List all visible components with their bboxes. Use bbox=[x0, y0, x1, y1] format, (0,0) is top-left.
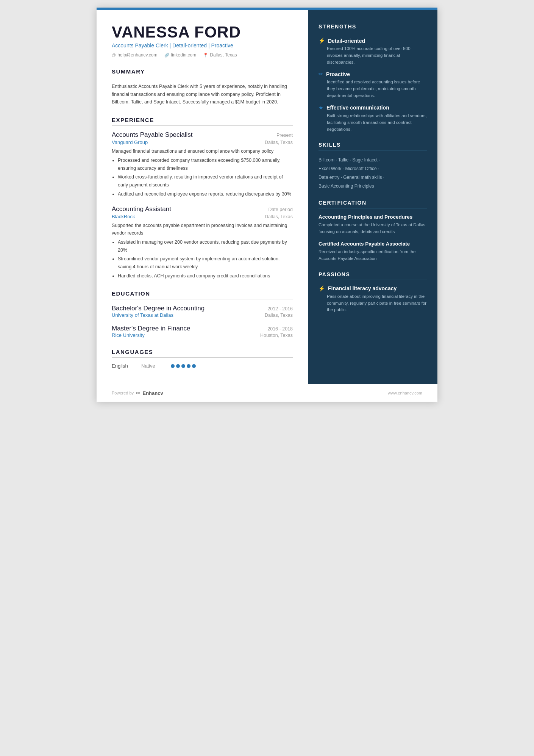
enhancv-brand: Enhancv bbox=[143, 390, 163, 396]
skills-title: SKILLS bbox=[319, 142, 427, 150]
linkedin-value: linkedin.com bbox=[171, 52, 197, 58]
exp-bullet-2-1: Assisted in managing over 200 vendor acc… bbox=[118, 238, 293, 254]
language-item-1: English Native bbox=[112, 363, 293, 369]
enhancv-infinity-icon: ∞ bbox=[136, 390, 140, 396]
edu-date-1: 2012 - 2016 bbox=[267, 306, 293, 311]
strength-title-1: Detail-oriented bbox=[328, 38, 365, 44]
edu-header-2: Master's Degree in Finance 2016 - 2018 bbox=[112, 325, 293, 332]
passions-title: PASSIONS bbox=[319, 271, 427, 280]
edu-location-1: Dallas, Texas bbox=[265, 313, 293, 318]
link-icon: 🔗 bbox=[164, 53, 170, 58]
passion-desc-1: Passionate about improving financial lit… bbox=[327, 293, 427, 313]
bolt-icon-passion: ⚡ bbox=[319, 285, 325, 292]
experience-title: EXPERIENCE bbox=[112, 117, 293, 126]
exp-company-2: BlackRock bbox=[112, 214, 135, 219]
edu-location-2: Houston, Texas bbox=[260, 333, 293, 338]
exp-desc-1: Managed financial transactions and ensur… bbox=[112, 147, 293, 155]
pencil-icon: ✏ bbox=[319, 71, 323, 77]
passion-title-1: Financial literacy advocacy bbox=[328, 285, 397, 291]
passion-header-1: ⚡ Financial literacy advocacy bbox=[319, 285, 427, 292]
exp-date-1: Present bbox=[276, 133, 293, 138]
strength-title-2: Proactive bbox=[326, 71, 350, 77]
skills-line-1: Bill.com · Tallie · Sage Intacct · bbox=[319, 156, 427, 164]
cert-desc-2: Received an industry-specific certificat… bbox=[319, 249, 427, 262]
email-icon: @ bbox=[112, 53, 116, 57]
edu-header-1: Bachelor's Degree in Accounting 2012 - 2… bbox=[112, 305, 293, 312]
language-level: Native bbox=[141, 363, 164, 369]
strength-item-3: ★ Effective communication Built strong r… bbox=[319, 105, 427, 133]
resume-wrapper: VANESSA FORD Accounts Payable Clerk | De… bbox=[97, 8, 437, 402]
resume-header: VANESSA FORD Accounts Payable Clerk | De… bbox=[112, 23, 293, 58]
exp-company-row-2: BlackRock Dallas, Texas bbox=[112, 214, 293, 219]
skills-line-3: Data entry · General math skills · bbox=[319, 173, 427, 182]
strength-desc-3: Built strong relationships with affiliat… bbox=[327, 113, 427, 133]
exp-bullet-1-1: Processed and recorded company transacti… bbox=[118, 157, 293, 172]
location-icon: 📍 bbox=[203, 53, 208, 58]
footer-website: www.enhancv.com bbox=[388, 391, 422, 395]
exp-job-title-2: Accounting Assistant bbox=[112, 205, 171, 213]
bolt-icon-1: ⚡ bbox=[319, 38, 325, 44]
languages-section: LANGUAGES English Native bbox=[112, 349, 293, 369]
cert-title-1: Accounting Principles and Procedures bbox=[319, 214, 427, 221]
strength-desc-1: Ensured 100% accurate coding of over 500… bbox=[327, 45, 427, 66]
exp-company-1: Vanguard Group bbox=[112, 139, 148, 145]
certification-title: CERTIFICATION bbox=[319, 200, 427, 208]
experience-item-2: Accounting Assistant Date period BlackRo… bbox=[112, 205, 293, 280]
edu-degree-2: Master's Degree in Finance bbox=[112, 325, 190, 332]
strength-item-2: ✏ Proactive Identified and resolved acco… bbox=[319, 71, 427, 99]
language-dots bbox=[171, 364, 196, 368]
education-section: EDUCATION Bachelor's Degree in Accountin… bbox=[112, 290, 293, 338]
candidate-name: VANESSA FORD bbox=[112, 23, 293, 41]
right-column: STRENGTHS ⚡ Detail-oriented Ensured 100%… bbox=[308, 10, 437, 384]
dot-3 bbox=[181, 364, 185, 368]
exp-bullet-2-2: Streamlined vendor payment system by imp… bbox=[118, 255, 293, 271]
edu-school-row-1: University of Texas at Dallas Dallas, Te… bbox=[112, 312, 293, 318]
summary-text: Enthusiastic Accounts Payable Clerk with… bbox=[112, 83, 293, 106]
exp-bullets-2: Assisted in managing over 200 vendor acc… bbox=[112, 238, 293, 280]
certification-section: CERTIFICATION Accounting Principles and … bbox=[319, 200, 427, 262]
edu-date-2: 2016 - 2018 bbox=[267, 326, 293, 332]
cert-item-2: Certified Accounts Payable Associate Rec… bbox=[319, 241, 427, 262]
strength-header-3: ★ Effective communication bbox=[319, 105, 427, 111]
exp-header-1: Accounts Payable Specialist Present bbox=[112, 131, 293, 139]
exp-date-2: Date period bbox=[268, 207, 293, 212]
cert-item-1: Accounting Principles and Procedures Com… bbox=[319, 214, 427, 235]
summary-title: SUMMARY bbox=[112, 68, 293, 77]
strength-title-3: Effective communication bbox=[326, 105, 389, 111]
education-item-1: Bachelor's Degree in Accounting 2012 - 2… bbox=[112, 305, 293, 318]
powered-by-text: Powered by bbox=[112, 391, 134, 395]
exp-job-title-1: Accounts Payable Specialist bbox=[112, 131, 193, 139]
linkedin-contact: 🔗 linkedin.com bbox=[164, 52, 197, 58]
exp-header-2: Accounting Assistant Date period bbox=[112, 205, 293, 213]
skills-content: Bill.com · Tallie · Sage Intacct · Excel… bbox=[319, 156, 427, 190]
experience-section: EXPERIENCE Accounts Payable Specialist P… bbox=[112, 117, 293, 280]
exp-desc-2: Supported the accounts payable departmen… bbox=[112, 222, 293, 237]
contact-info: @ help@enhancv.com 🔗 linkedin.com 📍 Dall… bbox=[112, 52, 293, 58]
skills-line-4: Basic Accounting Principles bbox=[319, 182, 427, 191]
exp-bullet-1-3: Audited and reconciled employee expense … bbox=[118, 190, 293, 198]
footer-left: Powered by ∞ Enhancv bbox=[112, 390, 163, 396]
exp-bullet-1-2: Worked cross-functionally, resulting in … bbox=[118, 173, 293, 189]
passions-section: PASSIONS ⚡ Financial literacy advocacy P… bbox=[319, 271, 427, 313]
passion-item-1: ⚡ Financial literacy advocacy Passionate… bbox=[319, 285, 427, 313]
edu-school-2: Rice University bbox=[112, 332, 145, 338]
skills-line-2: Excel Work · Microsoft Office · bbox=[319, 164, 427, 173]
dot-5 bbox=[192, 364, 196, 368]
cert-title-2: Certified Accounts Payable Associate bbox=[319, 241, 427, 247]
cert-desc-1: Completed a course at the University of … bbox=[319, 222, 427, 235]
dot-1 bbox=[171, 364, 175, 368]
exp-bullets-1: Processed and recorded company transacti… bbox=[112, 157, 293, 198]
resume-body: VANESSA FORD Accounts Payable Clerk | De… bbox=[97, 10, 437, 384]
exp-company-row-1: Vanguard Group Dallas, Texas bbox=[112, 139, 293, 145]
email-contact: @ help@enhancv.com bbox=[112, 52, 158, 58]
languages-title: LANGUAGES bbox=[112, 349, 293, 358]
strength-item-1: ⚡ Detail-oriented Ensured 100% accurate … bbox=[319, 38, 427, 66]
skills-section: SKILLS Bill.com · Tallie · Sage Intacct … bbox=[319, 142, 427, 190]
location-value: Dallas, Texas bbox=[210, 52, 237, 58]
edu-school-row-2: Rice University Houston, Texas bbox=[112, 332, 293, 338]
edu-degree-1: Bachelor's Degree in Accounting bbox=[112, 305, 205, 312]
education-item-2: Master's Degree in Finance 2016 - 2018 R… bbox=[112, 325, 293, 338]
edu-school-1: University of Texas at Dallas bbox=[112, 312, 173, 318]
education-title: EDUCATION bbox=[112, 290, 293, 299]
language-name: English bbox=[112, 363, 134, 369]
